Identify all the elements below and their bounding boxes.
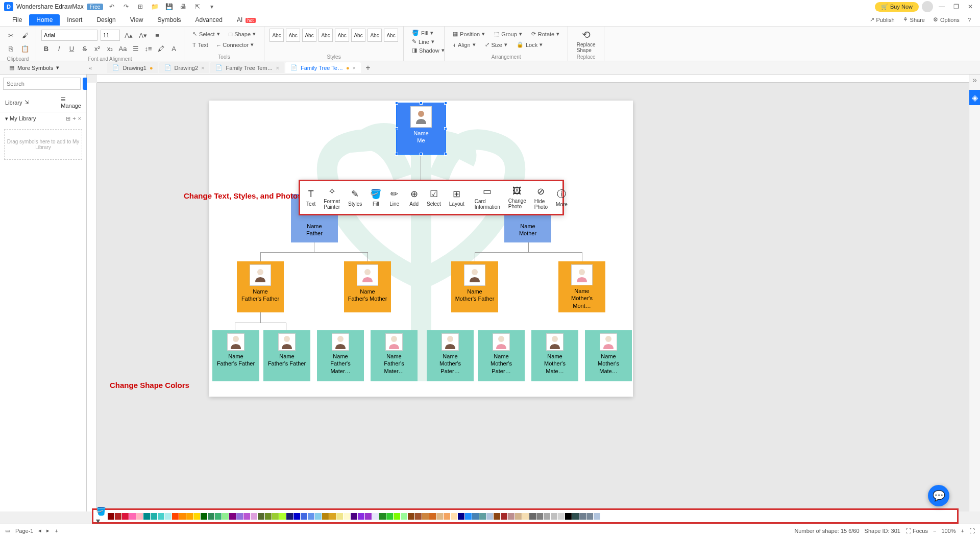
add2-lib-icon[interactable]: + — [72, 115, 76, 122]
ft-add[interactable]: ⊕Add — [405, 183, 423, 212]
line-btn[interactable]: ✎ Line ▾ — [409, 37, 439, 46]
style-swatch[interactable]: Abc — [286, 29, 300, 42]
card-ggp[interactable]: NameFather's Mater… — [317, 330, 364, 381]
ft-fill[interactable]: 🪣Fill — [366, 183, 385, 212]
ft-card-info[interactable]: ▭Card Information — [471, 183, 504, 212]
color-swatch[interactable] — [565, 513, 572, 520]
color-swatch[interactable] — [251, 513, 257, 520]
maximize-icon[interactable]: ❐ — [950, 1, 962, 12]
color-swatch[interactable] — [243, 513, 250, 520]
ft-change-photo[interactable]: 🖼Change Photo — [504, 183, 530, 212]
search-input[interactable] — [3, 78, 81, 90]
color-swatch[interactable] — [358, 513, 364, 520]
font-select[interactable] — [41, 30, 97, 41]
paste-icon[interactable]: 📋 — [19, 43, 31, 54]
card-ggp[interactable]: NameMother's Mate… — [585, 330, 632, 381]
ft-more[interactable]: ⓘMore — [552, 183, 572, 212]
color-swatch[interactable] — [129, 513, 136, 520]
color-swatch[interactable] — [344, 513, 350, 520]
color-swatch[interactable] — [165, 513, 172, 520]
new-icon[interactable]: ⊞ — [135, 1, 146, 12]
card-ggp[interactable]: NameFather's Father — [212, 330, 259, 381]
ft-line[interactable]: ✏Line — [385, 183, 403, 212]
buy-now-button[interactable]: 🛒 Buy Now — [875, 2, 919, 12]
color-swatch[interactable] — [594, 513, 600, 520]
focus-button[interactable]: ⛶ Focus — [905, 528, 928, 534]
grow-font-icon[interactable]: A▴ — [123, 30, 134, 41]
color-swatch[interactable] — [293, 513, 300, 520]
export-icon[interactable]: ⇱ — [192, 1, 203, 12]
color-swatch[interactable] — [572, 513, 579, 520]
ft-layout[interactable]: ⊞Layout — [445, 183, 469, 212]
ft-format-painter[interactable]: ✧Format Painter — [320, 183, 344, 212]
prev-page-icon[interactable]: ◂ — [38, 527, 41, 534]
menu-advanced[interactable]: Advanced — [188, 14, 230, 26]
my-library-header[interactable]: ▾ My Library ⊞+× — [0, 112, 86, 125]
color-swatch[interactable] — [115, 513, 121, 520]
color-swatch[interactable] — [522, 513, 529, 520]
color-swatch[interactable] — [308, 513, 314, 520]
color-swatch[interactable] — [315, 513, 322, 520]
doc-tab[interactable]: 📄 Drawing2 × — [159, 62, 210, 73]
cut-icon[interactable]: ✂ — [5, 30, 16, 41]
expand-right-icon[interactable]: » — [969, 76, 980, 85]
more-symbols-button[interactable]: ▤ More Symbols ▾ — [5, 63, 63, 72]
color-swatch[interactable] — [386, 513, 393, 520]
card-gp[interactable]: NameFather's Father — [237, 261, 284, 312]
style-swatch[interactable]: Abc — [368, 29, 382, 42]
right-panel-button[interactable]: ◈ — [969, 90, 980, 105]
ft-select[interactable]: ☑Select — [423, 183, 445, 212]
style-swatch[interactable]: Abc — [302, 29, 316, 42]
minimize-icon[interactable]: — — [936, 1, 947, 12]
fill-btn[interactable]: 🪣 Fill ▾ — [409, 29, 439, 37]
underline-icon[interactable]: U — [67, 43, 77, 54]
color-swatch[interactable] — [151, 513, 157, 520]
style-swatch[interactable]: Abc — [351, 29, 365, 42]
color-swatch[interactable] — [279, 513, 286, 520]
color-swatch[interactable] — [601, 513, 607, 520]
color-swatch[interactable] — [158, 513, 164, 520]
ft-hide-photo[interactable]: ⊘Hide Photo — [530, 183, 552, 212]
style-gallery[interactable]: Abc Abc Abc Abc Abc Abc Abc Abc — [270, 29, 398, 42]
zoom-out-icon[interactable]: − — [933, 528, 936, 534]
color-swatch[interactable] — [236, 513, 243, 520]
color-swatch[interactable] — [108, 513, 114, 520]
align-btn[interactable]: ⫞ Align▾ — [450, 40, 478, 49]
color-swatch[interactable] — [351, 513, 357, 520]
color-swatch[interactable] — [394, 513, 400, 520]
color-swatch[interactable] — [186, 513, 193, 520]
doc-tab[interactable]: 📄 Family Tree Tem… × — [210, 62, 284, 73]
color-swatch[interactable] — [429, 513, 436, 520]
style-swatch[interactable]: Abc — [270, 29, 284, 42]
color-swatch[interactable] — [558, 513, 565, 520]
color-swatch[interactable] — [215, 513, 222, 520]
copy-icon[interactable]: ⎘ — [5, 43, 16, 54]
card-gp[interactable]: NameMother's Father — [451, 261, 498, 312]
color-swatch[interactable] — [586, 513, 593, 520]
menu-view[interactable]: View — [123, 14, 151, 26]
doc-tab[interactable]: 📄 Family Tree Te… ● × — [285, 62, 361, 73]
help-icon[interactable]: ? — [964, 17, 975, 23]
menu-design[interactable]: Design — [89, 14, 122, 26]
undo-icon[interactable]: ↶ — [106, 1, 117, 12]
subscript-icon[interactable]: x₂ — [105, 43, 115, 54]
highlight-icon[interactable]: 🖍 — [156, 43, 166, 54]
text-tool[interactable]: T Text — [189, 41, 211, 49]
zoom-in-icon[interactable]: + — [961, 528, 964, 534]
fit-icon[interactable]: ⛶ — [969, 528, 975, 534]
color-swatch[interactable] — [301, 513, 307, 520]
avatar[interactable] — [922, 1, 933, 12]
format-painter-icon[interactable]: 🖌 — [19, 30, 31, 41]
color-swatch[interactable] — [415, 513, 422, 520]
library-header[interactable]: Library ⇲ ☰ Manage — [0, 93, 86, 112]
color-swatch[interactable] — [143, 513, 150, 520]
shape-tool[interactable]: □ Shape ▾ — [226, 30, 259, 38]
bold-icon[interactable]: B — [41, 43, 51, 54]
select-tool[interactable]: ↖ Select ▾ — [189, 30, 223, 38]
card-gp[interactable]: NameFather's Mother — [344, 261, 391, 312]
style-swatch[interactable]: Abc — [318, 29, 333, 42]
color-swatch[interactable] — [122, 513, 129, 520]
color-swatch[interactable] — [436, 513, 443, 520]
color-swatch[interactable] — [444, 513, 450, 520]
color-swatch[interactable] — [322, 513, 329, 520]
